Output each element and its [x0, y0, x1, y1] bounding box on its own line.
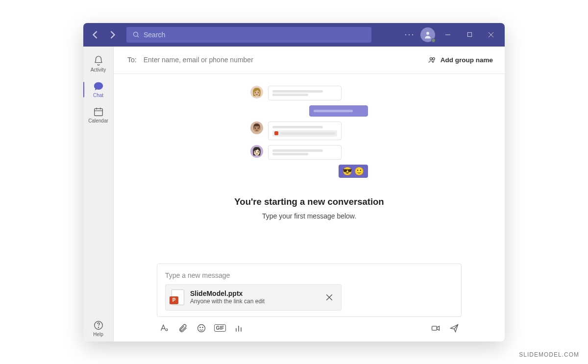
format-button[interactable]: [159, 323, 170, 334]
attachment-filename: SlideModel.pptx: [190, 290, 318, 297]
nav-back-button[interactable]: [88, 28, 102, 42]
poll-button[interactable]: [233, 323, 244, 334]
window-maximize-button[interactable]: [461, 27, 478, 42]
svg-point-0: [134, 32, 138, 37]
sidebar-item-label: Chat: [93, 93, 103, 98]
send-icon: [449, 323, 459, 333]
compose-area: P SlideModel.pptx Anyone with the link c…: [114, 257, 505, 341]
close-icon: [326, 294, 333, 301]
emoji-icon: [196, 323, 206, 333]
compose-toolbar: GIF: [157, 323, 462, 334]
message-input[interactable]: [165, 271, 453, 279]
to-label: To:: [127, 56, 137, 64]
compose-box[interactable]: P SlideModel.pptx Anyone with the link c…: [157, 264, 462, 317]
format-icon: [159, 323, 169, 333]
empty-illustration: 👩🏼 👨🏽 👩🏻: [250, 86, 368, 183]
svg-rect-4: [467, 32, 471, 36]
calendar-icon: [93, 106, 104, 117]
attach-button[interactable]: [177, 323, 188, 334]
search-box[interactable]: [126, 27, 371, 43]
to-bar: To: Add group name: [114, 47, 505, 74]
paperclip-icon: [178, 323, 188, 333]
gif-button[interactable]: GIF: [215, 323, 225, 334]
svg-point-19: [200, 327, 200, 327]
attachment-remove-button[interactable]: [323, 291, 335, 303]
emoji-sunglasses: 😎: [343, 167, 352, 176]
person-icon: [423, 30, 432, 39]
group-icon: [428, 55, 437, 64]
svg-point-2: [426, 32, 429, 35]
send-button[interactable]: [449, 323, 460, 334]
conversation-content: 👩🏼 👨🏽 👩🏻: [114, 74, 505, 257]
emoji-smile: 🙂: [354, 167, 364, 176]
main-panel: To: Add group name 👩🏼: [114, 47, 505, 341]
svg-point-20: [202, 327, 203, 327]
empty-subheading: Type your first message below.: [262, 212, 356, 220]
sidebar-item-label: Calendar: [88, 118, 108, 123]
more-options-button[interactable]: ···: [403, 29, 416, 40]
window-close-button[interactable]: [482, 27, 500, 42]
sidebar-item-label: Activity: [91, 67, 106, 73]
emoji-button[interactable]: [196, 323, 207, 334]
search-input[interactable]: [144, 31, 366, 39]
app-window: ··· Activity Chat: [83, 23, 505, 341]
sidebar-item-calendar[interactable]: Calendar: [83, 102, 114, 128]
poll-icon: [234, 323, 244, 333]
chat-icon: [93, 81, 104, 92]
window-minimize-button[interactable]: [439, 27, 457, 42]
svg-point-13: [430, 58, 432, 60]
video-icon: [431, 323, 441, 333]
svg-point-18: [198, 324, 205, 332]
add-group-name-button[interactable]: Add group name: [428, 55, 493, 64]
profile-avatar[interactable]: [420, 27, 435, 42]
svg-rect-24: [432, 326, 437, 330]
bell-icon: [93, 55, 104, 66]
attachment-card[interactable]: P SlideModel.pptx Anyone with the link c…: [165, 284, 342, 311]
svg-point-14: [433, 58, 435, 60]
sidebar-item-activity[interactable]: Activity: [83, 51, 114, 77]
svg-line-1: [137, 36, 139, 37]
svg-point-12: [98, 327, 98, 328]
search-icon: [132, 31, 140, 38]
empty-heading: You're starting a new conversation: [234, 196, 384, 207]
watermark: SLIDEMODEL.COM: [519, 351, 579, 358]
sidebar-item-label: Help: [93, 332, 103, 337]
add-group-label: Add group name: [441, 56, 493, 64]
attachment-permissions: Anyone with the link can edit: [190, 298, 318, 305]
nav-forward-button[interactable]: [106, 28, 120, 42]
presence-indicator: [431, 38, 436, 43]
video-button[interactable]: [430, 323, 441, 334]
titlebar: ···: [83, 23, 505, 47]
powerpoint-file-icon: P: [172, 290, 184, 305]
svg-marker-25: [437, 326, 440, 330]
sidebar-item-help[interactable]: Help: [83, 316, 114, 341]
app-sidebar: Activity Chat Calendar Help: [83, 47, 114, 341]
recipients-input[interactable]: [144, 56, 421, 64]
gif-icon: GIF: [214, 324, 226, 332]
svg-rect-7: [94, 109, 102, 116]
help-icon: [93, 320, 104, 331]
sidebar-item-chat[interactable]: Chat: [83, 77, 114, 102]
